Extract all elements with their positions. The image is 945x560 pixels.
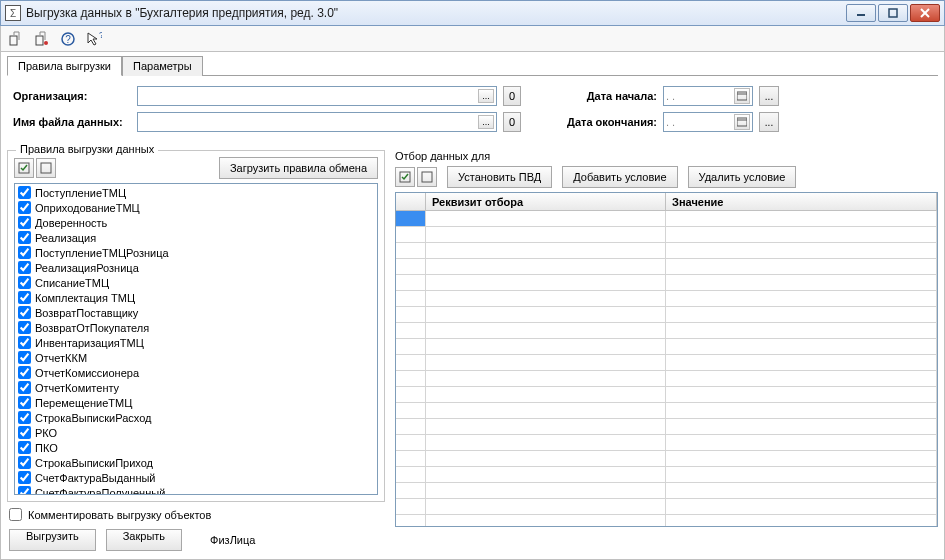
table-row[interactable]: [396, 339, 937, 355]
date-start-ext-button[interactable]: ...: [759, 86, 779, 106]
item-checkbox[interactable]: [18, 426, 31, 439]
list-item[interactable]: РКО: [16, 425, 376, 440]
help-icon[interactable]: ?: [59, 30, 77, 48]
table-row[interactable]: [396, 435, 937, 451]
export-button[interactable]: Выгрузить: [9, 529, 96, 551]
rules-checklist[interactable]: ПоступлениеТМЦОприходованиеТМЦДовереннос…: [14, 183, 378, 495]
select-button[interactable]: ...: [478, 115, 494, 129]
item-checkbox[interactable]: [18, 216, 31, 229]
table-row[interactable]: [396, 419, 937, 435]
item-checkbox[interactable]: [18, 366, 31, 379]
filter-uncheck-all-button[interactable]: [417, 167, 437, 187]
list-item[interactable]: СчетФактураВыданный: [16, 470, 376, 485]
table-row[interactable]: [396, 291, 937, 307]
file-clear-button[interactable]: 0: [503, 112, 521, 132]
file-input[interactable]: ...: [137, 112, 497, 132]
table-row[interactable]: [396, 387, 937, 403]
org-input[interactable]: ...: [137, 86, 497, 106]
table-row[interactable]: [396, 371, 937, 387]
item-checkbox[interactable]: [18, 456, 31, 469]
table-row[interactable]: [396, 243, 937, 259]
calendar-icon[interactable]: [734, 114, 750, 130]
add-condition-button[interactable]: Добавить условие: [562, 166, 677, 188]
calendar-icon[interactable]: [734, 88, 750, 104]
list-item[interactable]: Реализация: [16, 230, 376, 245]
set-pvd-button[interactable]: Установить ПВД: [447, 166, 552, 188]
select-button[interactable]: ...: [478, 89, 494, 103]
load-rules-button[interactable]: Загрузить правила обмена: [219, 157, 378, 179]
list-item[interactable]: ПКО: [16, 440, 376, 455]
tab-params[interactable]: Параметры: [122, 56, 203, 76]
close-form-button[interactable]: Закрыть: [106, 529, 182, 551]
list-item[interactable]: ИнвентаризацияТМЦ: [16, 335, 376, 350]
table-row[interactable]: [396, 403, 937, 419]
filter-grid[interactable]: Реквизит отбора Значение: [395, 192, 938, 527]
table-row[interactable]: [396, 275, 937, 291]
item-checkbox[interactable]: [18, 291, 31, 304]
list-item[interactable]: ВозвратПоставщику: [16, 305, 376, 320]
table-row[interactable]: [396, 227, 937, 243]
table-row[interactable]: [396, 499, 937, 515]
item-checkbox[interactable]: [18, 276, 31, 289]
item-checkbox[interactable]: [18, 231, 31, 244]
list-item[interactable]: ОтчетККМ: [16, 350, 376, 365]
item-checkbox[interactable]: [18, 441, 31, 454]
minimize-button[interactable]: [846, 4, 876, 22]
org-clear-button[interactable]: 0: [503, 86, 521, 106]
item-checkbox[interactable]: [18, 381, 31, 394]
delete-condition-button[interactable]: Удалить условие: [688, 166, 797, 188]
uncheck-all-button[interactable]: [36, 158, 56, 178]
cursor-help-icon[interactable]: ?: [85, 30, 103, 48]
grid-header-value[interactable]: Значение: [666, 193, 937, 210]
item-checkbox[interactable]: [18, 411, 31, 424]
table-row[interactable]: [396, 355, 937, 371]
table-row[interactable]: [396, 323, 937, 339]
table-row[interactable]: [396, 467, 937, 483]
item-checkbox[interactable]: [18, 471, 31, 484]
list-item[interactable]: ПоступлениеТМЦ: [16, 185, 376, 200]
item-checkbox[interactable]: [18, 336, 31, 349]
date-end-ext-button[interactable]: ...: [759, 112, 779, 132]
item-checkbox[interactable]: [18, 261, 31, 274]
toolbar-icon-2[interactable]: [33, 30, 51, 48]
item-checkbox[interactable]: [18, 306, 31, 319]
tab-rules[interactable]: Правила выгрузки: [7, 56, 122, 76]
close-button[interactable]: [910, 4, 940, 22]
comment-checkbox[interactable]: [9, 508, 22, 521]
table-row[interactable]: [396, 515, 937, 526]
grid-body[interactable]: [396, 211, 937, 526]
table-row[interactable]: [396, 307, 937, 323]
table-row[interactable]: [396, 211, 937, 227]
list-item[interactable]: РеализацияРозница: [16, 260, 376, 275]
date-end-input[interactable]: . .: [663, 112, 753, 132]
list-item[interactable]: Комплектация ТМЦ: [16, 290, 376, 305]
list-item[interactable]: ОтчетКомиссионера: [16, 365, 376, 380]
item-checkbox[interactable]: [18, 396, 31, 409]
toolbar-icon-1[interactable]: [7, 30, 25, 48]
item-checkbox[interactable]: [18, 486, 31, 495]
grid-header-requisite[interactable]: Реквизит отбора: [426, 193, 666, 210]
item-checkbox[interactable]: [18, 246, 31, 259]
date-start-input[interactable]: . .: [663, 86, 753, 106]
list-item[interactable]: ОтчетКомитенту: [16, 380, 376, 395]
list-item[interactable]: ОприходованиеТМЦ: [16, 200, 376, 215]
table-row[interactable]: [396, 483, 937, 499]
list-item[interactable]: Доверенность: [16, 215, 376, 230]
item-checkbox[interactable]: [18, 186, 31, 199]
table-row[interactable]: [396, 451, 937, 467]
table-row[interactable]: [396, 259, 937, 275]
list-item[interactable]: ПоступлениеТМЦРозница: [16, 245, 376, 260]
item-checkbox[interactable]: [18, 201, 31, 214]
item-checkbox[interactable]: [18, 321, 31, 334]
grid-header-blank[interactable]: [396, 193, 426, 210]
list-item[interactable]: СчетФактураПолученный: [16, 485, 376, 495]
maximize-button[interactable]: [878, 4, 908, 22]
filter-check-all-button[interactable]: [395, 167, 415, 187]
list-item[interactable]: СтрокаВыпискиРасход: [16, 410, 376, 425]
list-item[interactable]: СписаниеТМЦ: [16, 275, 376, 290]
check-all-button[interactable]: [14, 158, 34, 178]
list-item[interactable]: ВозвратОтПокупателя: [16, 320, 376, 335]
list-item[interactable]: ПеремещениеТМЦ: [16, 395, 376, 410]
item-checkbox[interactable]: [18, 351, 31, 364]
list-item[interactable]: СтрокаВыпискиПриход: [16, 455, 376, 470]
